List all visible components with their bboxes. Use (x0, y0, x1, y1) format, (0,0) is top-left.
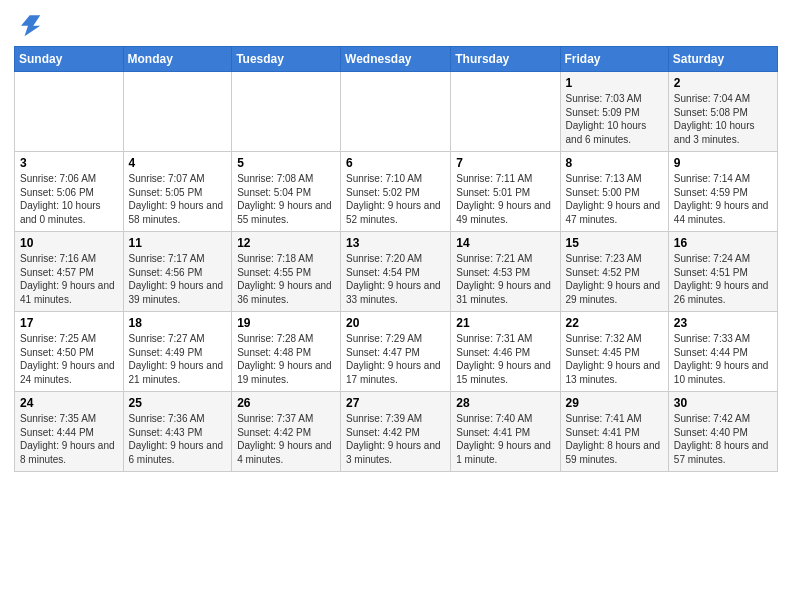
day-info: Sunrise: 7:13 AMSunset: 5:00 PMDaylight:… (566, 172, 663, 226)
week-row-2: 3Sunrise: 7:06 AMSunset: 5:06 PMDaylight… (15, 152, 778, 232)
calendar-cell: 4Sunrise: 7:07 AMSunset: 5:05 PMDaylight… (123, 152, 232, 232)
logo-icon (14, 10, 42, 38)
day-info: Sunrise: 7:16 AMSunset: 4:57 PMDaylight:… (20, 252, 118, 306)
day-number: 8 (566, 156, 663, 170)
header-tuesday: Tuesday (232, 47, 341, 72)
calendar-cell: 24Sunrise: 7:35 AMSunset: 4:44 PMDayligh… (15, 392, 124, 472)
header-monday: Monday (123, 47, 232, 72)
logo (14, 10, 46, 38)
day-info: Sunrise: 7:29 AMSunset: 4:47 PMDaylight:… (346, 332, 445, 386)
page-container: SundayMondayTuesdayWednesdayThursdayFrid… (0, 0, 792, 482)
calendar-cell (232, 72, 341, 152)
calendar-cell: 5Sunrise: 7:08 AMSunset: 5:04 PMDaylight… (232, 152, 341, 232)
calendar-cell: 17Sunrise: 7:25 AMSunset: 4:50 PMDayligh… (15, 312, 124, 392)
day-info: Sunrise: 7:21 AMSunset: 4:53 PMDaylight:… (456, 252, 554, 306)
day-number: 12 (237, 236, 335, 250)
day-info: Sunrise: 7:06 AMSunset: 5:06 PMDaylight:… (20, 172, 118, 226)
day-info: Sunrise: 7:37 AMSunset: 4:42 PMDaylight:… (237, 412, 335, 466)
day-info: Sunrise: 7:40 AMSunset: 4:41 PMDaylight:… (456, 412, 554, 466)
day-number: 13 (346, 236, 445, 250)
calendar-cell: 19Sunrise: 7:28 AMSunset: 4:48 PMDayligh… (232, 312, 341, 392)
day-info: Sunrise: 7:10 AMSunset: 5:02 PMDaylight:… (346, 172, 445, 226)
day-number: 24 (20, 396, 118, 410)
day-number: 21 (456, 316, 554, 330)
day-number: 10 (20, 236, 118, 250)
day-number: 9 (674, 156, 772, 170)
calendar-cell (341, 72, 451, 152)
week-row-4: 17Sunrise: 7:25 AMSunset: 4:50 PMDayligh… (15, 312, 778, 392)
day-number: 27 (346, 396, 445, 410)
calendar-cell (123, 72, 232, 152)
day-number: 15 (566, 236, 663, 250)
calendar-cell: 6Sunrise: 7:10 AMSunset: 5:02 PMDaylight… (341, 152, 451, 232)
day-number: 25 (129, 396, 227, 410)
day-info: Sunrise: 7:32 AMSunset: 4:45 PMDaylight:… (566, 332, 663, 386)
day-info: Sunrise: 7:33 AMSunset: 4:44 PMDaylight:… (674, 332, 772, 386)
calendar-cell: 28Sunrise: 7:40 AMSunset: 4:41 PMDayligh… (451, 392, 560, 472)
calendar-cell: 30Sunrise: 7:42 AMSunset: 4:40 PMDayligh… (668, 392, 777, 472)
day-number: 2 (674, 76, 772, 90)
day-number: 7 (456, 156, 554, 170)
calendar-cell: 23Sunrise: 7:33 AMSunset: 4:44 PMDayligh… (668, 312, 777, 392)
day-number: 6 (346, 156, 445, 170)
day-info: Sunrise: 7:39 AMSunset: 4:42 PMDaylight:… (346, 412, 445, 466)
day-info: Sunrise: 7:08 AMSunset: 5:04 PMDaylight:… (237, 172, 335, 226)
day-info: Sunrise: 7:24 AMSunset: 4:51 PMDaylight:… (674, 252, 772, 306)
calendar-cell: 8Sunrise: 7:13 AMSunset: 5:00 PMDaylight… (560, 152, 668, 232)
day-info: Sunrise: 7:31 AMSunset: 4:46 PMDaylight:… (456, 332, 554, 386)
day-number: 29 (566, 396, 663, 410)
day-number: 16 (674, 236, 772, 250)
day-info: Sunrise: 7:42 AMSunset: 4:40 PMDaylight:… (674, 412, 772, 466)
day-number: 14 (456, 236, 554, 250)
day-number: 19 (237, 316, 335, 330)
calendar-cell: 14Sunrise: 7:21 AMSunset: 4:53 PMDayligh… (451, 232, 560, 312)
calendar-cell (451, 72, 560, 152)
day-number: 5 (237, 156, 335, 170)
calendar-cell: 18Sunrise: 7:27 AMSunset: 4:49 PMDayligh… (123, 312, 232, 392)
header-thursday: Thursday (451, 47, 560, 72)
calendar-cell: 11Sunrise: 7:17 AMSunset: 4:56 PMDayligh… (123, 232, 232, 312)
day-info: Sunrise: 7:04 AMSunset: 5:08 PMDaylight:… (674, 92, 772, 146)
calendar-cell: 15Sunrise: 7:23 AMSunset: 4:52 PMDayligh… (560, 232, 668, 312)
day-info: Sunrise: 7:28 AMSunset: 4:48 PMDaylight:… (237, 332, 335, 386)
day-info: Sunrise: 7:23 AMSunset: 4:52 PMDaylight:… (566, 252, 663, 306)
header-sunday: Sunday (15, 47, 124, 72)
week-row-5: 24Sunrise: 7:35 AMSunset: 4:44 PMDayligh… (15, 392, 778, 472)
day-number: 22 (566, 316, 663, 330)
day-info: Sunrise: 7:25 AMSunset: 4:50 PMDaylight:… (20, 332, 118, 386)
calendar-cell: 13Sunrise: 7:20 AMSunset: 4:54 PMDayligh… (341, 232, 451, 312)
calendar-cell: 7Sunrise: 7:11 AMSunset: 5:01 PMDaylight… (451, 152, 560, 232)
day-number: 23 (674, 316, 772, 330)
day-info: Sunrise: 7:17 AMSunset: 4:56 PMDaylight:… (129, 252, 227, 306)
calendar-cell: 27Sunrise: 7:39 AMSunset: 4:42 PMDayligh… (341, 392, 451, 472)
day-info: Sunrise: 7:36 AMSunset: 4:43 PMDaylight:… (129, 412, 227, 466)
calendar-cell: 21Sunrise: 7:31 AMSunset: 4:46 PMDayligh… (451, 312, 560, 392)
calendar-cell: 26Sunrise: 7:37 AMSunset: 4:42 PMDayligh… (232, 392, 341, 472)
header-saturday: Saturday (668, 47, 777, 72)
day-number: 4 (129, 156, 227, 170)
calendar-cell: 10Sunrise: 7:16 AMSunset: 4:57 PMDayligh… (15, 232, 124, 312)
day-info: Sunrise: 7:07 AMSunset: 5:05 PMDaylight:… (129, 172, 227, 226)
calendar-cell: 1Sunrise: 7:03 AMSunset: 5:09 PMDaylight… (560, 72, 668, 152)
day-info: Sunrise: 7:41 AMSunset: 4:41 PMDaylight:… (566, 412, 663, 466)
calendar-cell: 16Sunrise: 7:24 AMSunset: 4:51 PMDayligh… (668, 232, 777, 312)
day-info: Sunrise: 7:27 AMSunset: 4:49 PMDaylight:… (129, 332, 227, 386)
day-number: 11 (129, 236, 227, 250)
week-row-1: 1Sunrise: 7:03 AMSunset: 5:09 PMDaylight… (15, 72, 778, 152)
day-info: Sunrise: 7:18 AMSunset: 4:55 PMDaylight:… (237, 252, 335, 306)
calendar-cell: 25Sunrise: 7:36 AMSunset: 4:43 PMDayligh… (123, 392, 232, 472)
calendar-cell: 3Sunrise: 7:06 AMSunset: 5:06 PMDaylight… (15, 152, 124, 232)
header-friday: Friday (560, 47, 668, 72)
day-info: Sunrise: 7:03 AMSunset: 5:09 PMDaylight:… (566, 92, 663, 146)
day-info: Sunrise: 7:11 AMSunset: 5:01 PMDaylight:… (456, 172, 554, 226)
day-number: 17 (20, 316, 118, 330)
day-info: Sunrise: 7:20 AMSunset: 4:54 PMDaylight:… (346, 252, 445, 306)
day-info: Sunrise: 7:14 AMSunset: 4:59 PMDaylight:… (674, 172, 772, 226)
header-wednesday: Wednesday (341, 47, 451, 72)
day-number: 20 (346, 316, 445, 330)
day-number: 18 (129, 316, 227, 330)
calendar-cell: 12Sunrise: 7:18 AMSunset: 4:55 PMDayligh… (232, 232, 341, 312)
day-number: 28 (456, 396, 554, 410)
calendar-cell: 2Sunrise: 7:04 AMSunset: 5:08 PMDaylight… (668, 72, 777, 152)
day-info: Sunrise: 7:35 AMSunset: 4:44 PMDaylight:… (20, 412, 118, 466)
